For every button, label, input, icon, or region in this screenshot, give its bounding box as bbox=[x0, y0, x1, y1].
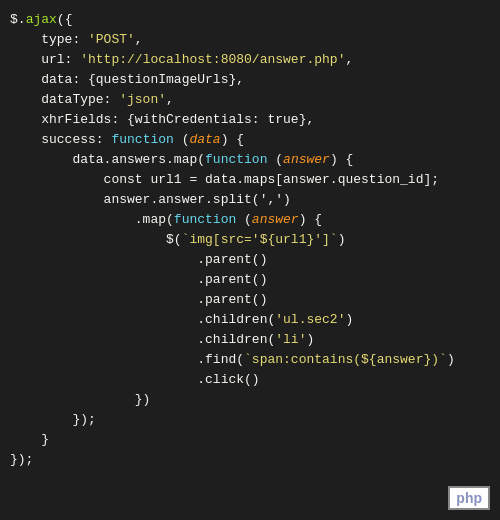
code-token: xhrFields: bbox=[10, 110, 127, 130]
code-token: .map( bbox=[10, 210, 174, 230]
code-token: data bbox=[189, 130, 220, 150]
code-line: .parent() bbox=[0, 290, 500, 310]
code-token: answer.answer.split(',') bbox=[10, 190, 291, 210]
code-token: 'li' bbox=[275, 330, 306, 350]
code-line: answer.answer.split(',') bbox=[0, 190, 500, 210]
code-token: , bbox=[306, 110, 314, 130]
code-token: ) bbox=[338, 230, 346, 250]
code-token: , bbox=[135, 30, 143, 50]
code-token: success: bbox=[10, 130, 111, 150]
code-token: } bbox=[10, 430, 49, 450]
code-token: , bbox=[236, 70, 244, 90]
code-token: url: bbox=[10, 50, 80, 70]
code-token: ( bbox=[236, 210, 252, 230]
code-line: type: 'POST', bbox=[0, 30, 500, 50]
code-token: ( bbox=[267, 150, 283, 170]
code-token: 'ul.sec2' bbox=[275, 310, 345, 330]
code-token: 'http://localhost:8080/answer.php' bbox=[80, 50, 345, 70]
code-line: $.ajax({ bbox=[0, 10, 500, 30]
code-token: .parent() bbox=[10, 250, 267, 270]
code-token: function bbox=[111, 130, 173, 150]
code-line: dataType: 'json', bbox=[0, 90, 500, 110]
code-token: function bbox=[174, 210, 236, 230]
code-token: .children( bbox=[10, 310, 275, 330]
code-token: answer bbox=[252, 210, 299, 230]
code-token: type: bbox=[10, 30, 88, 50]
code-token: .find( bbox=[10, 350, 244, 370]
code-line: }); bbox=[0, 450, 500, 470]
code-token: .click() bbox=[10, 370, 260, 390]
code-token: }) bbox=[10, 390, 150, 410]
code-token: , bbox=[345, 50, 353, 70]
code-token: ({ bbox=[57, 10, 73, 30]
code-token: const url1 = data.maps[answer.question_i… bbox=[10, 170, 439, 190]
php-badge-text: php bbox=[456, 490, 482, 506]
code-line: .children('li') bbox=[0, 330, 500, 350]
code-line: $(`img[src='${url1}']`) bbox=[0, 230, 500, 250]
code-token: $( bbox=[10, 230, 182, 250]
code-token: answer bbox=[283, 150, 330, 170]
code-token: 'POST' bbox=[88, 30, 135, 50]
code-line: .map(function (answer) { bbox=[0, 210, 500, 230]
php-badge: php bbox=[448, 486, 490, 510]
code-token: data.answers.map( bbox=[10, 150, 205, 170]
code-line: .children('ul.sec2') bbox=[0, 310, 500, 330]
code-token: .parent() bbox=[10, 290, 267, 310]
code-line: } bbox=[0, 430, 500, 450]
code-token: ) { bbox=[221, 130, 244, 150]
code-line: }) bbox=[0, 390, 500, 410]
code-token: }); bbox=[10, 410, 96, 430]
code-token: {questionImageUrls} bbox=[88, 70, 236, 90]
code-line: .click() bbox=[0, 370, 500, 390]
code-line: .parent() bbox=[0, 250, 500, 270]
code-token: , bbox=[166, 90, 174, 110]
code-token: ) bbox=[345, 310, 353, 330]
code-token: ) { bbox=[330, 150, 353, 170]
code-token: ) bbox=[306, 330, 314, 350]
code-token: dataType: bbox=[10, 90, 119, 110]
code-token: `span:contains(${answer})` bbox=[244, 350, 447, 370]
code-token: $ bbox=[10, 10, 18, 30]
code-token: 'json' bbox=[119, 90, 166, 110]
code-line: }); bbox=[0, 410, 500, 430]
code-line: .parent() bbox=[0, 270, 500, 290]
code-line: const url1 = data.maps[answer.question_i… bbox=[0, 170, 500, 190]
code-token: .children( bbox=[10, 330, 275, 350]
code-token: data: bbox=[10, 70, 88, 90]
code-token: . bbox=[18, 10, 26, 30]
code-token: ( bbox=[174, 130, 190, 150]
code-line: success: function (data) { bbox=[0, 130, 500, 150]
code-editor: $.ajax({ type: 'POST', url: 'http://loca… bbox=[0, 0, 500, 520]
code-line: .find(`span:contains(${answer})`) bbox=[0, 350, 500, 370]
code-token: ) bbox=[447, 350, 455, 370]
code-token: `img[src='${url1}']` bbox=[182, 230, 338, 250]
code-token: }); bbox=[10, 450, 33, 470]
code-line: data: {questionImageUrls}, bbox=[0, 70, 500, 90]
code-line: xhrFields: {withCredentials: true}, bbox=[0, 110, 500, 130]
code-token: ) { bbox=[299, 210, 322, 230]
code-line: url: 'http://localhost:8080/answer.php', bbox=[0, 50, 500, 70]
code-line: data.answers.map(function (answer) { bbox=[0, 150, 500, 170]
code-token: ajax bbox=[26, 10, 57, 30]
code-token: function bbox=[205, 150, 267, 170]
code-token: {withCredentials: true} bbox=[127, 110, 306, 130]
code-token: .parent() bbox=[10, 270, 267, 290]
